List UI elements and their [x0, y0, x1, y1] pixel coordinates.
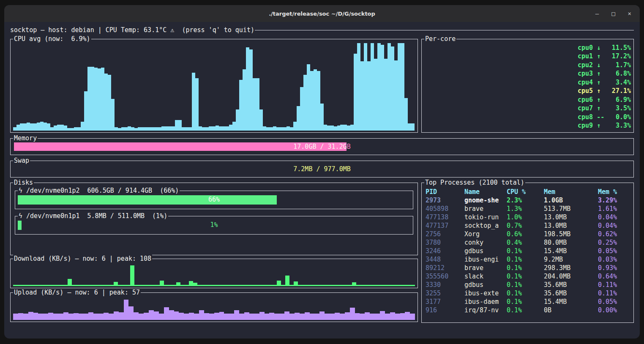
process-cell: 0.4% [507, 238, 544, 247]
chart-bar [149, 310, 154, 320]
chart-bar [345, 312, 350, 320]
process-cell: 3255 [426, 289, 464, 298]
chart-bar [401, 43, 404, 131]
chart-bar [234, 310, 239, 320]
chart-bar [314, 314, 319, 320]
chart-bar [172, 126, 175, 131]
chart-bar [270, 127, 273, 131]
process-cell: socktop_a [464, 221, 507, 230]
chart-bar [98, 314, 104, 320]
chart-bar [101, 68, 104, 131]
process-cell: 9.2MB [544, 255, 598, 264]
chart-bar [360, 314, 365, 320]
minimize-icon[interactable]: – [595, 11, 599, 16]
process-cell: 0.64% [598, 272, 630, 281]
process-cell: 0.11% [598, 281, 630, 289]
chart-bar [259, 109, 263, 131]
chart-bar [44, 123, 47, 131]
chart-bar [178, 120, 182, 131]
chart-bar [151, 127, 155, 131]
process-cell: 0.6% [507, 230, 544, 238]
chart-bar [23, 314, 28, 320]
titlebar[interactable]: ./target/release/soc ~/D/G/socktop – □ × [4, 5, 640, 22]
process-cell: 0.04% [598, 221, 630, 230]
chart-bar [94, 68, 98, 131]
chart-bar [232, 122, 236, 131]
chart-bar [179, 313, 184, 320]
chart-bar [68, 279, 72, 285]
disk-box: ϟ /dev/nvme0n1p1 5.8MB / 511.0MB (1%)1%1… [15, 216, 413, 235]
chart-bar [160, 281, 164, 285]
core-usage-value: 17.2% [600, 52, 631, 60]
chart-bar [119, 312, 124, 320]
core-usage-value: 11.5% [600, 44, 631, 52]
chart-bar [395, 314, 400, 320]
chart-bar [350, 125, 354, 131]
chart-bar [438, 53, 439, 60]
chart-bar [118, 128, 121, 131]
swap-gauge: 7.2MB / 977.0MB7.2MB / 977.0MB [14, 165, 630, 173]
chart-bar [269, 313, 274, 320]
process-row: 3255ibus-exte0.1%35.6MB0.11% [422, 289, 633, 298]
process-cell: 0.1% [507, 289, 544, 298]
chart-bar [63, 312, 68, 320]
process-cell: 3177 [426, 298, 464, 306]
core-sparkline [425, 87, 574, 95]
chart-bar [249, 49, 253, 131]
chart-bar [340, 314, 345, 320]
chart-bar [404, 98, 408, 131]
process-cell: conky [464, 238, 507, 247]
chart-bar [148, 127, 151, 131]
core-label: cpu9 ↑3.3% [578, 122, 631, 129]
process-cell: 0B [544, 306, 598, 314]
chart-bar [16, 125, 20, 131]
process-cell: ibus-exte [464, 289, 507, 298]
chart-bar [375, 314, 380, 320]
process-cell: 3246 [426, 247, 464, 255]
chart-bar [289, 314, 295, 320]
process-cell: 355560 [426, 272, 464, 281]
swap-title: Swap [13, 157, 30, 165]
process-row: 405898brave1.3%513.7MB1.61% [422, 205, 633, 213]
maximize-icon[interactable]: □ [611, 11, 615, 16]
process-cell: 89212 [426, 264, 464, 272]
chart-bar [58, 314, 63, 320]
chart-bar [287, 126, 290, 131]
close-icon[interactable]: × [628, 11, 631, 16]
chart-bar [83, 314, 88, 320]
process-cell: gdbus [464, 247, 507, 255]
chart-bar [243, 69, 246, 131]
chart-bar [310, 314, 315, 320]
process-cell: tokio-run [464, 213, 507, 221]
chart-bar [352, 282, 356, 285]
process-cell: 13.0MB [544, 221, 598, 230]
process-cell: 0.04% [598, 213, 630, 221]
disk-list: ϟ /dev/nvme0n1p2 606.5GB / 914.4GB (66%)… [11, 191, 418, 235]
chart-bar [165, 126, 168, 131]
chart-bar [229, 125, 232, 131]
chart-bar [350, 308, 355, 320]
per-core-panel: Per-core cpu0 ↓11.5%cpu1 ↑17.2%cpu2 ↓1.7… [421, 39, 634, 133]
chart-bar [38, 314, 43, 320]
chart-bar [438, 105, 439, 112]
chart-bar [438, 113, 439, 121]
cpu-avg-panel: CPU avg (now: 6.9%) [10, 39, 418, 133]
process-column-header: Mem [544, 188, 598, 196]
process-column-header: CPU % [507, 188, 544, 196]
chart-bar [144, 313, 149, 320]
chart-bar [381, 45, 384, 131]
core-label: cpu2 ↓1.7% [578, 61, 631, 69]
chart-bar [360, 61, 364, 131]
process-cell: 916 [426, 306, 464, 314]
chart-bar [387, 43, 391, 131]
core-sparkline [425, 44, 574, 52]
chart-bar [194, 314, 199, 320]
chart-bar [195, 78, 199, 131]
chart-bar [67, 128, 71, 131]
process-row: 2973gnome-she2.3%1.0GB3.29% [422, 196, 633, 205]
header-rule [255, 30, 634, 30]
chart-bar [290, 127, 293, 131]
chart-bar [314, 69, 317, 131]
chart-bar [115, 127, 118, 131]
core-usage-value: 1.7% [600, 61, 631, 69]
